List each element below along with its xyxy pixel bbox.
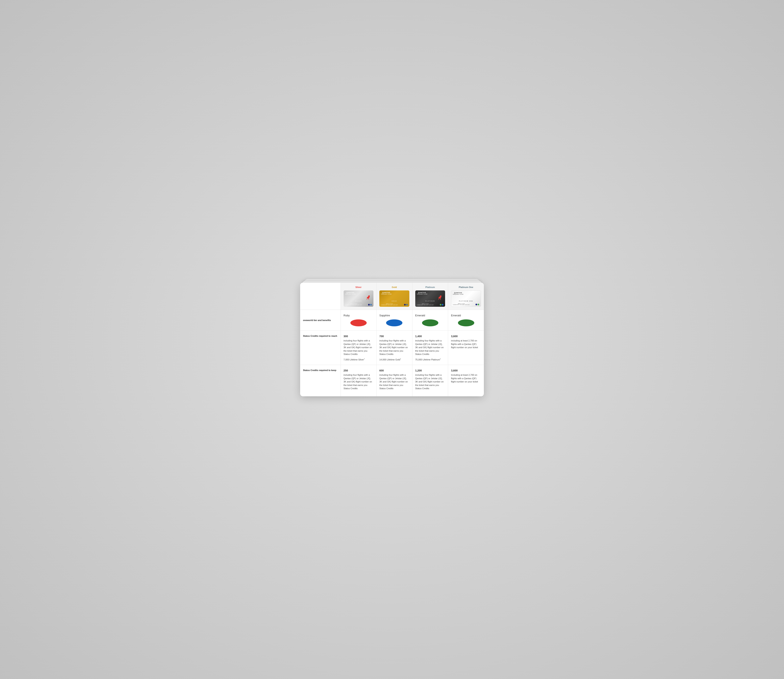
platinum-ff-label: FREQUENT FLYER bbox=[417, 294, 428, 295]
silver-dot-blue bbox=[368, 304, 370, 305]
header-gold: Gold QANTAS FREQUENT FLYER GOLD bbox=[376, 283, 412, 310]
platinum-one-dot-green bbox=[478, 304, 479, 305]
platinum-one-keep-desc: Including at least 2,700 on flights with… bbox=[451, 373, 481, 383]
header-platinum-one: Platinum One QANTAS FREQUENT FLYER PLATI… bbox=[448, 283, 484, 310]
silver-ff-label: FREQUENT FLYER bbox=[345, 294, 356, 295]
oneworld-silver-cell: Ruby bbox=[340, 310, 376, 331]
platinum-reach-number: 1,400 bbox=[415, 335, 445, 338]
gold-lifetime: 14,000 Lifetime Gold† bbox=[379, 358, 409, 361]
oneworld-row-label: oneworld tier and benefits bbox=[300, 310, 340, 331]
silver-kangaroo-icon bbox=[365, 294, 371, 302]
gold-card-image: QANTAS FREQUENT FLYER GOLD MEM K FYSH 17… bbox=[379, 290, 409, 307]
platinum-one-qantas-logo: QANTAS bbox=[453, 292, 463, 294]
platinum-dot-green bbox=[440, 304, 441, 305]
platinum-one-card-image: QANTAS FREQUENT FLYER PLATINUM ONE MEM K… bbox=[451, 290, 481, 307]
oneworld-platinum-one-name: Emerald bbox=[451, 314, 481, 317]
silver-card-dates: 17006G4301 JAN 2004 JUN 2027 bbox=[345, 305, 362, 305]
gold-dot-blue bbox=[404, 304, 406, 305]
platinum-one-reach-number: 3,600 bbox=[451, 335, 481, 338]
svg-line-2 bbox=[367, 298, 367, 300]
svg-line-7 bbox=[439, 298, 439, 300]
credits-keep-platinum: 1,200 including four flights with a Qant… bbox=[412, 365, 448, 396]
emerald-oval-platinum-one bbox=[458, 319, 474, 326]
gold-ff-label: FREQUENT FLYER bbox=[381, 294, 392, 295]
credits-keep-platinum-one: 3,600 Including at least 2,700 on flight… bbox=[448, 365, 484, 396]
platinum-keep-number: 1,200 bbox=[415, 369, 445, 372]
platinum-one-card-dates: 17006G4301 JAN 2004 JUN 2027 bbox=[453, 304, 470, 305]
gold-reach-desc: including four flights with a Qantas (QF… bbox=[379, 339, 409, 356]
platinum-lifetime: 75,000 Lifetime Platinum† bbox=[415, 358, 445, 361]
svg-point-4 bbox=[369, 295, 370, 296]
credits-keep-row: Status Credits required to keep 250 incl… bbox=[300, 365, 484, 396]
silver-reach-number: 300 bbox=[343, 335, 374, 338]
silver-keep-number: 250 bbox=[343, 369, 374, 372]
header-row: Silver QANTAS FREQUENT FLYER SILVER bbox=[300, 283, 484, 310]
oneworld-platinum-cell: Emerald bbox=[412, 310, 448, 331]
gold-keep-desc: including four flights with a Qantas (QF… bbox=[379, 373, 409, 390]
credits-reach-silver: 300 including four flights with a Qantas… bbox=[340, 331, 376, 365]
platinum-tier-label: Platinum bbox=[415, 286, 445, 288]
credits-reach-platinum-one: 3,600 including at least 2,700 on flight… bbox=[448, 331, 484, 365]
platinum-one-tier-label: Platinum One bbox=[451, 286, 481, 288]
platinum-card-image: QANTAS FREQUENT FLYER PLATINUM MEM K FYS… bbox=[415, 290, 445, 307]
svg-line-3 bbox=[368, 298, 369, 300]
silver-dot-blue2 bbox=[370, 304, 372, 305]
sapphire-oval bbox=[386, 319, 402, 326]
credits-reach-label: Status Credits required to reach bbox=[300, 331, 340, 365]
oneworld-platinum-name: Emerald bbox=[415, 314, 445, 317]
gold-card-tier: GOLD bbox=[381, 300, 408, 302]
oneworld-gold-name: Sapphire bbox=[379, 314, 409, 317]
platinum-one-reach-desc: including at least 2,700 on flights with… bbox=[451, 339, 481, 349]
comparison-table: Silver QANTAS FREQUENT FLYER SILVER bbox=[300, 283, 484, 396]
credits-reach-platinum: 1,400 including four flights with a Qant… bbox=[412, 331, 448, 365]
oneworld-row: oneworld tier and benefits Ruby Sapphire… bbox=[300, 310, 484, 331]
header-silver: Silver QANTAS FREQUENT FLYER SILVER bbox=[340, 283, 376, 310]
gold-reach-number: 700 bbox=[379, 335, 409, 338]
gold-tier-label: Gold bbox=[379, 286, 409, 288]
platinum-kangaroo-icon bbox=[437, 294, 443, 302]
credits-reach-row: Status Credits required to reach 300 inc… bbox=[300, 331, 484, 365]
ruby-oval bbox=[350, 319, 367, 326]
svg-line-8 bbox=[440, 298, 441, 300]
oneworld-gold-cell: Sapphire bbox=[376, 310, 412, 331]
platinum-one-card-tier: PLATINUM ONE bbox=[453, 300, 479, 302]
silver-qantas-logo: QANTAS bbox=[345, 292, 356, 294]
silver-reach-desc: including four flights with a Qantas (QF… bbox=[343, 339, 374, 356]
silver-tier-label: Silver bbox=[343, 286, 374, 288]
silver-lifetime: 7,000 Lifetime Silver† bbox=[343, 358, 374, 361]
platinum-dot-blue bbox=[442, 304, 444, 305]
header-platinum: Platinum QANTAS FREQUENT FLYER PLATINUM bbox=[412, 283, 448, 310]
oneworld-silver-name: Ruby bbox=[343, 314, 374, 317]
emerald-oval-platinum bbox=[422, 319, 438, 326]
platinum-keep-desc: including four flights with a Qantas (QF… bbox=[415, 373, 445, 390]
device-wrapper: Silver QANTAS FREQUENT FLYER SILVER bbox=[300, 283, 484, 396]
oneworld-platinum-one-cell: Emerald bbox=[448, 310, 484, 331]
credits-reach-gold: 700 including four flights with a Qantas… bbox=[376, 331, 412, 365]
header-empty-cell bbox=[300, 283, 340, 310]
platinum-one-keep-number: 3,600 bbox=[451, 369, 481, 372]
credits-keep-silver: 250 including four flights with a Qantas… bbox=[340, 365, 376, 396]
gold-keep-number: 600 bbox=[379, 369, 409, 372]
credits-keep-label: Status Credits required to keep bbox=[300, 365, 340, 396]
main-card: Silver QANTAS FREQUENT FLYER SILVER bbox=[300, 283, 484, 396]
platinum-one-dot-blue bbox=[475, 304, 477, 305]
platinum-card-dates: 17006G4301 JAN 2004 JUN 2027 bbox=[417, 305, 434, 305]
gold-qantas-logo: QANTAS bbox=[381, 292, 392, 294]
platinum-one-ff-label: FREQUENT FLYER bbox=[453, 294, 463, 295]
platinum-qantas-logo: QANTAS bbox=[417, 292, 428, 294]
silver-keep-desc: including four flights with a Qantas (QF… bbox=[343, 373, 374, 390]
gold-card-dates: 17006G4301 JAN 2004 JUN 2027 bbox=[381, 305, 398, 305]
platinum-reach-desc: including four flights with a Qantas (QF… bbox=[415, 339, 445, 356]
silver-card-image: QANTAS FREQUENT FLYER SILVER MEM K FYSH … bbox=[343, 290, 374, 307]
svg-point-9 bbox=[441, 295, 441, 296]
credits-keep-gold: 600 including four flights with a Qantas… bbox=[376, 365, 412, 396]
gold-dot-blue2 bbox=[406, 304, 408, 305]
